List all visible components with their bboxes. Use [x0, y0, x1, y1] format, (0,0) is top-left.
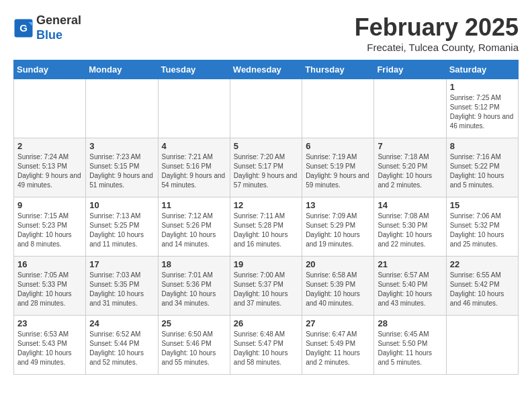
calendar-cell: [86, 79, 158, 138]
day-number: 21: [378, 259, 442, 269]
calendar-week-1: 1Sunrise: 7:25 AM Sunset: 5:12 PM Daylig…: [14, 79, 519, 138]
day-number: 17: [89, 259, 154, 269]
day-info: Sunrise: 6:50 AM Sunset: 5:46 PM Dayligh…: [162, 330, 226, 367]
day-info: Sunrise: 7:11 AM Sunset: 5:28 PM Dayligh…: [234, 212, 298, 249]
day-info: Sunrise: 7:01 AM Sunset: 5:36 PM Dayligh…: [162, 271, 226, 308]
day-info: Sunrise: 7:20 AM Sunset: 5:17 PM Dayligh…: [234, 152, 298, 190]
day-number: 20: [306, 259, 370, 269]
calendar-cell: 24Sunrise: 6:52 AM Sunset: 5:44 PM Dayli…: [86, 316, 158, 375]
day-number: 27: [306, 318, 370, 328]
calendar-cell: 17Sunrise: 7:03 AM Sunset: 5:35 PM Dayli…: [86, 257, 158, 316]
logo-general: General: [36, 13, 81, 27]
day-number: 12: [234, 200, 298, 210]
calendar-cell: 20Sunrise: 6:58 AM Sunset: 5:39 PM Dayli…: [302, 257, 374, 316]
calendar-cell: 28Sunrise: 6:45 AM Sunset: 5:50 PM Dayli…: [374, 316, 446, 375]
day-number: 23: [17, 318, 82, 328]
day-info: Sunrise: 7:00 AM Sunset: 5:37 PM Dayligh…: [234, 271, 298, 308]
day-info: Sunrise: 7:08 AM Sunset: 5:30 PM Dayligh…: [378, 212, 442, 249]
day-info: Sunrise: 6:53 AM Sunset: 5:43 PM Dayligh…: [17, 330, 82, 367]
calendar-table: SundayMondayTuesdayWednesdayThursdayFrid…: [13, 60, 519, 375]
calendar-cell: [230, 79, 302, 138]
calendar-cell: 9Sunrise: 7:15 AM Sunset: 5:23 PM Daylig…: [14, 197, 86, 257]
day-number: 6: [306, 141, 370, 151]
day-info: Sunrise: 6:45 AM Sunset: 5:50 PM Dayligh…: [378, 330, 442, 367]
calendar-cell: 11Sunrise: 7:12 AM Sunset: 5:26 PM Dayli…: [158, 197, 230, 257]
day-info: Sunrise: 7:06 AM Sunset: 5:32 PM Dayligh…: [450, 212, 515, 249]
calendar-cell: 7Sunrise: 7:18 AM Sunset: 5:20 PM Daylig…: [374, 138, 446, 197]
calendar-cell: 8Sunrise: 7:16 AM Sunset: 5:22 PM Daylig…: [446, 138, 518, 197]
day-info: Sunrise: 7:16 AM Sunset: 5:22 PM Dayligh…: [450, 152, 515, 190]
day-info: Sunrise: 6:55 AM Sunset: 5:42 PM Dayligh…: [450, 271, 515, 308]
day-number: 14: [378, 200, 442, 210]
day-number: 7: [378, 141, 442, 151]
day-number: 19: [234, 259, 298, 269]
calendar-week-2: 2Sunrise: 7:24 AM Sunset: 5:13 PM Daylig…: [14, 138, 519, 197]
title-block: February 2025 Frecatei, Tulcea County, R…: [355, 13, 519, 53]
weekday-header-friday: Friday: [374, 60, 446, 79]
calendar-body: 1Sunrise: 7:25 AM Sunset: 5:12 PM Daylig…: [14, 79, 519, 375]
calendar-cell: 18Sunrise: 7:01 AM Sunset: 5:36 PM Dayli…: [158, 257, 230, 316]
day-number: 5: [234, 141, 298, 151]
day-info: Sunrise: 7:18 AM Sunset: 5:20 PM Dayligh…: [378, 152, 442, 190]
calendar-cell: [14, 79, 86, 138]
day-number: 25: [162, 318, 226, 328]
calendar-cell: 5Sunrise: 7:20 AM Sunset: 5:17 PM Daylig…: [230, 138, 302, 197]
calendar-header: SundayMondayTuesdayWednesdayThursdayFrid…: [14, 60, 519, 79]
day-info: Sunrise: 7:23 AM Sunset: 5:15 PM Dayligh…: [89, 152, 154, 190]
day-info: Sunrise: 7:24 AM Sunset: 5:13 PM Dayligh…: [17, 152, 82, 190]
day-info: Sunrise: 7:12 AM Sunset: 5:26 PM Dayligh…: [162, 212, 226, 249]
calendar-week-3: 9Sunrise: 7:15 AM Sunset: 5:23 PM Daylig…: [14, 197, 519, 257]
calendar-week-4: 16Sunrise: 7:05 AM Sunset: 5:33 PM Dayli…: [14, 257, 519, 316]
calendar-cell: 3Sunrise: 7:23 AM Sunset: 5:15 PM Daylig…: [86, 138, 158, 197]
day-info: Sunrise: 7:05 AM Sunset: 5:33 PM Dayligh…: [17, 271, 82, 308]
day-number: 1: [450, 82, 515, 92]
calendar-cell: [302, 79, 374, 138]
calendar-cell: [374, 79, 446, 138]
weekday-header-wednesday: Wednesday: [230, 60, 302, 79]
logo-text: General Blue: [36, 13, 81, 42]
day-number: 2: [17, 141, 82, 151]
day-info: Sunrise: 6:57 AM Sunset: 5:40 PM Dayligh…: [378, 271, 442, 308]
weekday-header-saturday: Saturday: [446, 60, 518, 79]
calendar-title: February 2025: [355, 13, 519, 42]
day-info: Sunrise: 6:52 AM Sunset: 5:44 PM Dayligh…: [89, 330, 154, 367]
weekday-header-monday: Monday: [86, 60, 158, 79]
day-number: 24: [89, 318, 154, 328]
calendar-subtitle: Frecatei, Tulcea County, Romania: [355, 42, 519, 53]
day-number: 3: [89, 141, 154, 151]
day-info: Sunrise: 7:15 AM Sunset: 5:23 PM Dayligh…: [17, 212, 82, 249]
calendar-cell: 14Sunrise: 7:08 AM Sunset: 5:30 PM Dayli…: [374, 197, 446, 257]
calendar-cell: 1Sunrise: 7:25 AM Sunset: 5:12 PM Daylig…: [446, 79, 518, 138]
weekday-header-thursday: Thursday: [302, 60, 374, 79]
calendar-cell: [158, 79, 230, 138]
calendar-cell: 13Sunrise: 7:09 AM Sunset: 5:29 PM Dayli…: [302, 197, 374, 257]
day-number: 22: [450, 259, 515, 269]
calendar-cell: 4Sunrise: 7:21 AM Sunset: 5:16 PM Daylig…: [158, 138, 230, 197]
calendar-cell: [446, 316, 518, 375]
day-number: 10: [89, 200, 154, 210]
day-info: Sunrise: 6:58 AM Sunset: 5:39 PM Dayligh…: [306, 271, 370, 308]
day-info: Sunrise: 7:25 AM Sunset: 5:12 PM Dayligh…: [450, 93, 515, 131]
calendar-week-5: 23Sunrise: 6:53 AM Sunset: 5:43 PM Dayli…: [14, 316, 519, 375]
day-number: 4: [162, 141, 226, 151]
calendar-cell: 12Sunrise: 7:11 AM Sunset: 5:28 PM Dayli…: [230, 197, 302, 257]
logo: G General Blue: [13, 13, 81, 42]
calendar-cell: 15Sunrise: 7:06 AM Sunset: 5:32 PM Dayli…: [446, 197, 518, 257]
calendar-cell: 26Sunrise: 6:48 AM Sunset: 5:47 PM Dayli…: [230, 316, 302, 375]
calendar-cell: 21Sunrise: 6:57 AM Sunset: 5:40 PM Dayli…: [374, 257, 446, 316]
calendar-cell: 10Sunrise: 7:13 AM Sunset: 5:25 PM Dayli…: [86, 197, 158, 257]
weekday-header-row: SundayMondayTuesdayWednesdayThursdayFrid…: [14, 60, 519, 79]
day-info: Sunrise: 7:13 AM Sunset: 5:25 PM Dayligh…: [89, 212, 154, 249]
day-info: Sunrise: 6:47 AM Sunset: 5:49 PM Dayligh…: [306, 330, 370, 367]
day-info: Sunrise: 7:03 AM Sunset: 5:35 PM Dayligh…: [89, 271, 154, 308]
svg-text:G: G: [19, 21, 28, 33]
weekday-header-sunday: Sunday: [14, 60, 86, 79]
day-number: 9: [17, 200, 82, 210]
day-number: 18: [162, 259, 226, 269]
day-info: Sunrise: 6:48 AM Sunset: 5:47 PM Dayligh…: [234, 330, 298, 367]
calendar-cell: 27Sunrise: 6:47 AM Sunset: 5:49 PM Dayli…: [302, 316, 374, 375]
calendar-cell: 19Sunrise: 7:00 AM Sunset: 5:37 PM Dayli…: [230, 257, 302, 316]
day-number: 13: [306, 200, 370, 210]
day-info: Sunrise: 7:09 AM Sunset: 5:29 PM Dayligh…: [306, 212, 370, 249]
calendar-cell: 6Sunrise: 7:19 AM Sunset: 5:19 PM Daylig…: [302, 138, 374, 197]
